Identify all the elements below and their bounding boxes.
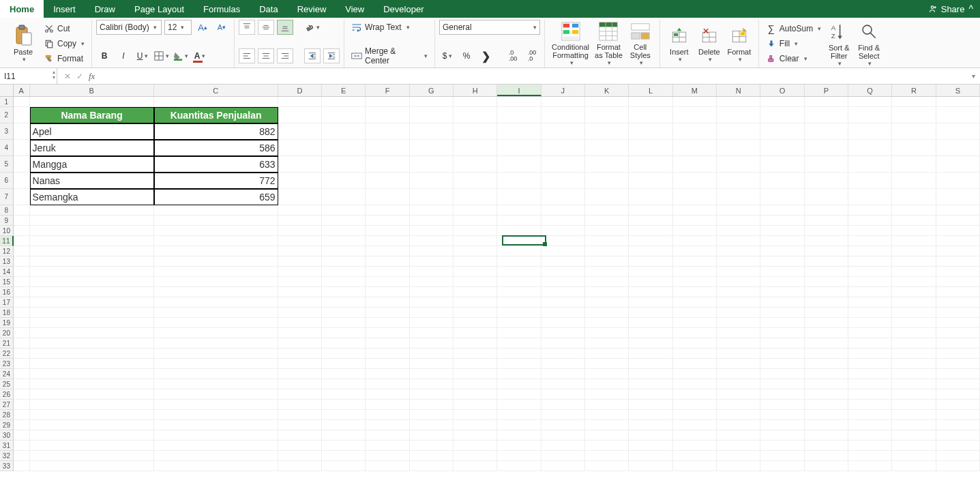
cell[interactable] <box>278 318 322 328</box>
cell[interactable] <box>454 410 497 420</box>
row-header[interactable]: 22 <box>0 348 14 359</box>
cell[interactable] <box>848 430 892 441</box>
cell[interactable] <box>892 389 936 400</box>
cell[interactable] <box>454 430 497 441</box>
row-header[interactable]: 23 <box>0 359 14 369</box>
cell[interactable] <box>585 308 629 318</box>
row-header[interactable]: 15 <box>0 277 14 287</box>
cell[interactable] <box>14 308 30 318</box>
cell[interactable] <box>410 173 454 189</box>
cell[interactable] <box>805 205 848 215</box>
cell[interactable] <box>629 226 672 236</box>
cell[interactable] <box>30 277 154 287</box>
cell[interactable] <box>936 156 980 173</box>
cell[interactable] <box>717 140 760 156</box>
cell[interactable] <box>322 246 366 256</box>
cell[interactable] <box>760 107 804 123</box>
cell[interactable] <box>410 156 454 173</box>
cell[interactable] <box>585 256 629 267</box>
cell[interactable] <box>541 189 585 205</box>
cell[interactable] <box>673 226 717 236</box>
cell[interactable] <box>278 400 322 410</box>
cell[interactable] <box>936 420 980 430</box>
cell[interactable] <box>541 173 585 189</box>
cell[interactable] <box>322 189 366 205</box>
row-header[interactable]: 29 <box>0 420 14 430</box>
cell[interactable] <box>673 451 717 461</box>
cell[interactable] <box>848 338 892 348</box>
cell[interactable] <box>805 461 848 471</box>
cell[interactable] <box>848 246 892 256</box>
currency-button[interactable]: $ <box>439 48 456 63</box>
cell[interactable] <box>760 277 804 287</box>
cell[interactable] <box>892 348 936 359</box>
cell[interactable] <box>717 369 760 379</box>
cell[interactable] <box>497 441 541 451</box>
cell[interactable] <box>585 287 629 297</box>
cell[interactable] <box>936 318 980 328</box>
column-header[interactable]: K <box>585 85 629 96</box>
cell[interactable] <box>936 338 980 348</box>
cell[interactable] <box>629 287 672 297</box>
cell[interactable] <box>936 107 980 123</box>
cell[interactable] <box>585 205 629 215</box>
column-header[interactable]: F <box>366 85 409 96</box>
sort-filter-button[interactable]: AZ Sort & Filter <box>824 19 854 68</box>
cell[interactable] <box>410 441 454 451</box>
cell[interactable] <box>541 359 585 369</box>
cell[interactable] <box>322 451 366 461</box>
cell[interactable] <box>154 389 278 400</box>
cell[interactable] <box>585 348 629 359</box>
cell[interactable] <box>585 389 629 400</box>
cell[interactable] <box>717 107 760 123</box>
cell[interactable] <box>322 173 366 189</box>
cell[interactable] <box>410 97 454 107</box>
cell[interactable] <box>14 97 30 107</box>
cell[interactable] <box>322 297 366 308</box>
cell[interactable] <box>629 369 672 379</box>
cell[interactable] <box>541 140 585 156</box>
cell[interactable] <box>673 308 717 318</box>
cell[interactable] <box>673 318 717 328</box>
cell[interactable] <box>629 256 672 267</box>
cell[interactable] <box>30 430 154 441</box>
cell[interactable] <box>497 430 541 441</box>
cell[interactable] <box>936 97 980 107</box>
cell[interactable] <box>848 420 892 430</box>
align-right-button[interactable] <box>277 48 293 63</box>
row-header[interactable]: 27 <box>0 400 14 410</box>
cell[interactable] <box>585 97 629 107</box>
cell[interactable] <box>541 430 585 441</box>
cell[interactable] <box>30 461 154 471</box>
cell[interactable] <box>892 308 936 318</box>
cell[interactable] <box>629 236 672 246</box>
cell[interactable]: Semangka <box>30 189 154 205</box>
cell[interactable] <box>629 277 672 287</box>
column-header[interactable]: O <box>760 85 804 96</box>
cell[interactable] <box>760 379 804 389</box>
cell[interactable] <box>760 246 804 256</box>
cell[interactable] <box>673 441 717 451</box>
cell[interactable] <box>366 156 409 173</box>
cell[interactable] <box>278 369 322 379</box>
cell[interactable] <box>760 123 804 140</box>
cell[interactable] <box>30 236 154 246</box>
cell[interactable] <box>497 246 541 256</box>
cell[interactable] <box>14 236 30 246</box>
cell[interactable] <box>673 173 717 189</box>
row-header[interactable]: 19 <box>0 318 14 328</box>
cell[interactable] <box>278 173 322 189</box>
cell[interactable] <box>760 451 804 461</box>
cell[interactable] <box>585 369 629 379</box>
cell[interactable] <box>892 173 936 189</box>
cell[interactable] <box>892 246 936 256</box>
cell[interactable] <box>366 389 409 400</box>
cell[interactable] <box>760 308 804 318</box>
cell[interactable] <box>14 140 30 156</box>
cell[interactable] <box>30 318 154 328</box>
cell[interactable] <box>14 267 30 277</box>
cell[interactable] <box>366 369 409 379</box>
align-top-button[interactable] <box>239 20 255 35</box>
cell[interactable] <box>760 400 804 410</box>
cell[interactable] <box>14 189 30 205</box>
